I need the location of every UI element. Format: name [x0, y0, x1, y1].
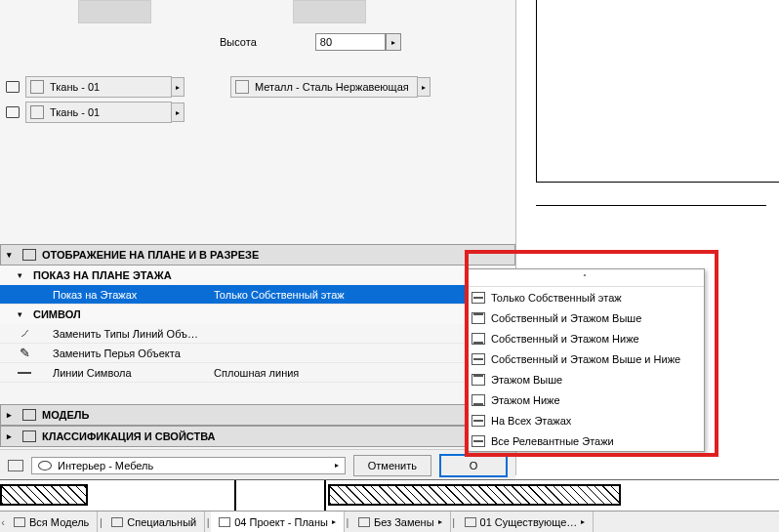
- collapse-arrow-icon: ▸: [7, 431, 17, 441]
- collapse-arrow-icon: ▾: [7, 250, 17, 260]
- prop-label: Заменить Перья Объекта: [49, 348, 210, 359]
- drawing-line: [536, 182, 779, 183]
- print-icon: [6, 81, 20, 93]
- dropdown-item-label: Этажом Ниже: [491, 394, 560, 406]
- prop-row-symbol-lines[interactable]: Линии Символа Сплошная линия ▸: [0, 363, 515, 383]
- section-preview-strip: [0, 479, 779, 511]
- floor-display-dropdown: ˄ Только Собственный этаж Собственный и …: [465, 268, 705, 452]
- material-chip-fabric2[interactable]: Ткань - 01: [25, 102, 172, 123]
- hatch-fill: [0, 484, 88, 506]
- dropdown-item-own-above-below[interactable]: Собственный и Этажом Выше и Ниже: [466, 348, 704, 369]
- tab-label: Вся Модель: [29, 516, 89, 528]
- dropdown-item-label: Собственный и Этажом Выше: [491, 312, 641, 324]
- prop-label: Линии Символа: [49, 367, 210, 379]
- prop-row-show-on-floors[interactable]: Показ на Этажах Только Собственный этаж …: [0, 285, 515, 305]
- material-dropdown-arrow[interactable]: ▸: [171, 102, 184, 122]
- section-title: КЛАССИФИКАЦИЯ И СВОЙСТВА: [42, 430, 216, 442]
- section-sub-title: СИМВОЛ: [33, 308, 81, 320]
- story-icon: [472, 394, 485, 406]
- section-icon: [22, 249, 36, 261]
- prop-label: Заменить Типы Линий Объ…: [49, 328, 210, 340]
- cube-icon: [22, 409, 36, 421]
- tab-icon: [219, 517, 230, 527]
- collapse-arrow-icon: ▾: [18, 270, 27, 280]
- material-dropdown-arrow[interactable]: ▸: [417, 77, 430, 97]
- story-icon: [472, 333, 485, 345]
- material-swatch-icon: [30, 80, 44, 94]
- dropdown-item-own-and-above[interactable]: Собственный и Этажом Выше: [466, 307, 704, 328]
- dialog-button-bar: Интерьер - Мебель ▸ Отменить О: [0, 449, 515, 480]
- dropdown-item-label: Этажом Выше: [491, 374, 562, 386]
- drawing-line: [536, 0, 537, 183]
- tab-all-model[interactable]: Вся Модель: [6, 512, 98, 532]
- dropdown-item-relevant[interactable]: Все Релевантные Этажи: [466, 430, 704, 451]
- tab-label: Без Замены: [374, 516, 434, 528]
- height-stepper[interactable]: ▸: [386, 33, 401, 51]
- hatch-fill: [328, 484, 621, 506]
- section-header-display[interactable]: ▾ ОТОБРАЖЕНИЕ НА ПЛАНЕ И В РАЗРЕЗЕ: [0, 244, 515, 266]
- tab-icon: [358, 517, 370, 527]
- properties-panel: Высота ▸ Ткань - 01 ▸ Ткань - 01 ▸ Метал…: [0, 0, 515, 532]
- tab-no-replace[interactable]: Без Замены ▸: [350, 512, 451, 532]
- tab-existing[interactable]: 01 Существующе… ▸: [457, 512, 594, 532]
- ok-button[interactable]: О: [439, 454, 508, 477]
- tab-icon: [14, 517, 25, 527]
- height-row: Высота ▸: [220, 33, 401, 51]
- dropdown-item-label: Все Релевантные Этажи: [491, 435, 614, 447]
- property-table: Показ на Этажах Только Собственный этаж …: [0, 285, 515, 383]
- layer-icon: [8, 460, 23, 471]
- tab-icon: [465, 517, 476, 527]
- tab-label: Специальный: [127, 516, 196, 528]
- story-icon: [472, 353, 485, 365]
- material-row-fabric2: Ткань - 01 ▸: [6, 102, 184, 123]
- prop-label: Показ на Этажах: [49, 289, 210, 301]
- story-icon: [472, 374, 485, 386]
- layer-selector[interactable]: Интерьер - Мебель ▸: [31, 457, 346, 474]
- material-swatch-icon: [235, 80, 249, 94]
- material-label: Ткань - 01: [50, 106, 167, 118]
- prop-row-replace-pens[interactable]: ✎ Заменить Перья Объекта: [0, 344, 515, 363]
- section-header-class[interactable]: ▸ КЛАССИФИКАЦИЯ И СВОЙСТВА: [0, 426, 515, 447]
- collapse-arrow-icon: ▾: [18, 309, 27, 319]
- chevron-right-icon: ▸: [438, 517, 442, 526]
- tab-special[interactable]: Специальный: [103, 512, 205, 532]
- tab-project-plans[interactable]: 04 Проект - Планы ▸: [211, 512, 345, 532]
- material-chip-metal[interactable]: Металл - Сталь Нержавеющая: [230, 76, 418, 98]
- line-type-icon: ⟋: [19, 326, 31, 341]
- section-title: МОДЕЛЬ: [42, 409, 89, 421]
- dropdown-item-above[interactable]: Этажом Выше: [466, 369, 704, 389]
- section-divider: [324, 480, 326, 511]
- print-icon: [6, 106, 20, 118]
- height-input[interactable]: [315, 33, 386, 51]
- material-chip-fabric1[interactable]: Ткань - 01: [25, 76, 172, 98]
- pen-icon: ✎: [20, 346, 30, 360]
- prop-value: Сплошная линия: [210, 367, 467, 379]
- chevron-right-icon: ▸: [581, 517, 585, 526]
- dropdown-item-label: Только Собственный этаж: [491, 292, 622, 304]
- preview-box-2: [293, 0, 366, 23]
- material-label: Ткань - 01: [50, 81, 167, 93]
- dropdown-item-below[interactable]: Этажом Ниже: [466, 389, 704, 410]
- section-model: ▸ МОДЕЛЬ: [0, 404, 515, 426]
- collapse-arrow-icon: ▸: [7, 410, 17, 420]
- layer-name: Интерьер - Мебель: [58, 460, 153, 471]
- material-label: Металл - Сталь Нержавеющая: [255, 81, 413, 93]
- dropdown-item-all[interactable]: На Всех Этажах: [466, 410, 704, 430]
- chevron-up-icon: ˄: [583, 273, 587, 282]
- material-dropdown-arrow[interactable]: ▸: [171, 77, 184, 97]
- section-sub-title: ПОКАЗ НА ПЛАНЕ ЭТАЖА: [33, 269, 172, 281]
- view-tabs-bar: ‹ Вся Модель | Специальный | 04 Проект -…: [0, 511, 779, 532]
- section-class: ▸ КЛАССИФИКАЦИЯ И СВОЙСТВА: [0, 426, 515, 447]
- prop-value: Только Собственный этаж: [210, 289, 467, 301]
- section-header-model[interactable]: ▸ МОДЕЛЬ: [0, 404, 515, 426]
- section-sub-floorplan[interactable]: ▾ ПОКАЗ НА ПЛАНЕ ЭТАЖА: [0, 266, 515, 285]
- section-display: ▾ ОТОБРАЖЕНИЕ НА ПЛАНЕ И В РАЗРЕЗЕ ▾ ПОК…: [0, 244, 515, 383]
- section-sub-symbol[interactable]: ▾ СИМВОЛ: [0, 305, 515, 324]
- height-label: Высота: [220, 36, 257, 48]
- dropdown-item-own-and-below[interactable]: Собственный и Этажом Ниже: [466, 328, 704, 348]
- prop-row-replace-line-types[interactable]: ⟋ Заменить Типы Линий Объ…: [0, 324, 515, 344]
- tab-icon: [111, 517, 123, 527]
- dropdown-item-own-only[interactable]: Только Собственный этаж: [466, 287, 704, 307]
- dropdown-scroll-up[interactable]: ˄: [466, 269, 704, 287]
- cancel-button[interactable]: Отменить: [353, 455, 431, 476]
